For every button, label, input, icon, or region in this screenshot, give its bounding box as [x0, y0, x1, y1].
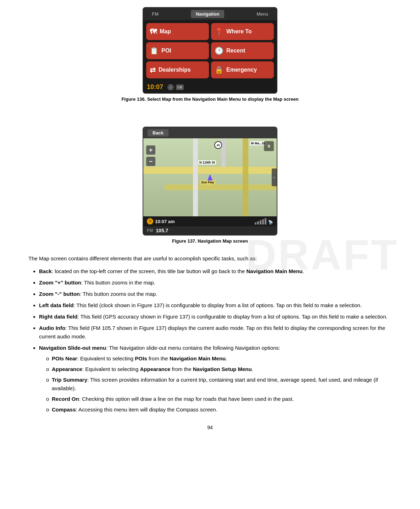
figure-136-caption: Figure 136. Select Map from the Navigati…	[121, 96, 298, 102]
nav-title-bar: FM Navigation Menu	[143, 8, 277, 20]
figure-137-container: Back N 119th St Zoo Fwy W Ma...St 45 N +	[28, 127, 392, 244]
desc-slideout: : The Navigation slide-out menu contains…	[106, 345, 280, 351]
sub-item-compass: Compass: Accessing this menu item will d…	[46, 405, 392, 414]
map-content: N 119th St Zoo Fwy W Ma...St 45 N + − ≡	[143, 138, 277, 216]
sub-item-pois-near: POIs Near: Equivalent to selecting POIs …	[46, 354, 392, 363]
emergency-icon: 🔒	[215, 66, 223, 74]
rest-appearance: .	[252, 366, 253, 372]
term-back: Back	[39, 268, 52, 274]
where-to-icon: 📍	[215, 27, 223, 36]
clock-icon: ⏱	[147, 218, 153, 225]
zoom-plus-button[interactable]: +	[146, 145, 155, 155]
compass-direction: N	[267, 144, 270, 148]
nav-status-bar: 10:07 ♪ CB	[143, 81, 277, 93]
list-item-slideout: Navigation Slide-out menu: The Navigatio…	[39, 344, 392, 414]
term-left-data: Left data field	[39, 302, 74, 308]
term-pois-bold: POIs	[135, 355, 147, 361]
sub-item-trip-summary: Trip Summary: This screen provides infor…	[46, 376, 392, 393]
gps-bar-5	[265, 218, 266, 225]
term-nav-main-2: Navigation Main Menu	[170, 355, 226, 361]
tab-navigation[interactable]: Navigation	[191, 10, 224, 18]
term-appearance: Appearance	[52, 366, 82, 372]
nav-screen-136: FM Navigation Menu 🗺 Map 📍 Where To 📋 PO…	[143, 7, 277, 94]
road-label-zoo-fwy: Zoo Fwy	[200, 180, 215, 184]
map-button[interactable]: 🗺 Map	[146, 23, 209, 40]
desc-zoom-plus: : This button zooms in the map.	[81, 280, 155, 286]
desc-right-data: : This field (GPS accuracy shown in Figu…	[77, 314, 387, 320]
page-number: 94	[28, 425, 392, 430]
desc-appearance-2: from the	[170, 366, 193, 372]
desc-appearance-1: : Equivalent to selecting	[82, 366, 140, 372]
term-zoom-plus: Zoom "+" button	[39, 280, 81, 286]
dealerships-label: Dealerships	[159, 67, 191, 73]
dealerships-icon: ⇄	[150, 66, 156, 74]
map-time-display[interactable]: ⏱ 10:07 am	[147, 218, 175, 225]
list-item-zoom-minus: Zoom "-" button: This button zooms out t…	[39, 290, 392, 298]
recent-button[interactable]: 🕐 Recent	[211, 42, 274, 59]
term-nav-main-menu: Navigation Main Menu	[247, 268, 303, 274]
zoom-minus-button[interactable]: −	[146, 157, 155, 166]
slideout-menu-handle[interactable]: ≡	[272, 168, 277, 186]
term-slideout: Navigation Slide-out menu	[39, 345, 106, 351]
road-vertical-2	[221, 138, 226, 167]
gps-bar-3	[260, 220, 261, 225]
poi-icon: 📋	[150, 46, 159, 55]
term-trip-summary: Trip Summary	[52, 377, 87, 383]
speed-sign: 45	[214, 141, 222, 149]
emergency-button[interactable]: 🔒 Emergency	[211, 61, 274, 78]
back-button[interactable]: Back	[148, 129, 168, 137]
term-right-data: Right data field	[39, 314, 77, 320]
nav-buttons-grid: 🗺 Map 📍 Where To 📋 POI 🕐 Recent ⇄ Dealer…	[143, 20, 277, 81]
desc-trip-summary: : This screen provides information for a…	[52, 377, 378, 391]
poi-button[interactable]: 📋 POI	[146, 42, 209, 59]
desc-record-on: : Checking this option will draw a line …	[79, 396, 294, 402]
tab-menu[interactable]: Menu	[252, 10, 273, 18]
term-appearance-bold: Appearance	[140, 366, 170, 372]
gps-bar-2	[257, 221, 259, 225]
term-record-on: Record On	[52, 396, 79, 402]
recent-icon: 🕐	[215, 46, 223, 55]
feature-list: Back: located on the top-left corner of …	[39, 267, 392, 414]
term-nav-setup-menu: Navigation Setup Menu	[193, 366, 252, 372]
list-item-zoom-plus: Zoom "+" button: This button zooms in th…	[39, 278, 392, 287]
poi-label: POI	[161, 48, 171, 54]
map-bottom-bar: ⏱ 10:07 am 📡	[143, 216, 277, 226]
term-compass: Compass	[52, 406, 76, 413]
map-screen-137: Back N 119th St Zoo Fwy W Ma...St 45 N +	[143, 127, 277, 236]
intro-paragraph: The Map screen contains different elemen…	[28, 254, 392, 263]
where-to-label: Where To	[226, 28, 252, 35]
emergency-label: Emergency	[226, 67, 257, 73]
road-horizontal-1	[143, 167, 277, 174]
road-vertical-1	[193, 138, 198, 216]
desc-pois-near-2: from the	[147, 355, 170, 361]
gps-icon: 📡	[268, 220, 273, 225]
desc-pois-near-1: : Equivalent to selecting	[77, 355, 135, 361]
figure-136-container: FM Navigation Menu 🗺 Map 📍 Where To 📋 PO…	[28, 7, 392, 102]
compass-indicator: N	[264, 141, 274, 151]
list-item-audio-info: Audio Info: This field (FM 105.7 shown i…	[39, 324, 392, 341]
music-icon: ♪	[167, 84, 174, 90]
fm-frequency: 105.7	[156, 228, 168, 233]
gps-bar-1	[255, 222, 256, 225]
tab-fm[interactable]: FM	[147, 10, 164, 18]
dealerships-button[interactable]: ⇄ Dealerships	[146, 61, 209, 78]
sub-list-slideout: POIs Near: Equivalent to selecting POIs …	[46, 354, 392, 414]
gps-accuracy-indicator[interactable]: 📡	[255, 218, 273, 225]
speed-value: 45	[217, 144, 220, 147]
gps-bar-4	[262, 219, 264, 225]
sub-item-appearance: Appearance: Equivalent to selecting Appe…	[46, 365, 392, 374]
road-label-119th: N 119th St	[198, 160, 216, 165]
sub-item-record-on: Record On: Checking this option will dra…	[46, 395, 392, 403]
recent-label: Recent	[226, 48, 245, 54]
map-fm-bar[interactable]: FM 105.7	[143, 226, 277, 235]
list-item-right-data: Right data field: This field (GPS accura…	[39, 312, 392, 321]
desc-compass: : Accessing this menu item will display …	[76, 406, 217, 413]
where-to-button[interactable]: 📍 Where To	[211, 23, 274, 40]
fm-label: FM	[147, 228, 153, 233]
road-horizontal-2	[165, 184, 277, 190]
nav-time: 10:07	[147, 83, 163, 91]
road-vertical-3	[243, 138, 248, 216]
map-icon: 🗺	[150, 28, 157, 36]
vehicle-indicator	[208, 174, 212, 181]
term-zoom-minus: Zoom "-" button	[39, 291, 80, 297]
